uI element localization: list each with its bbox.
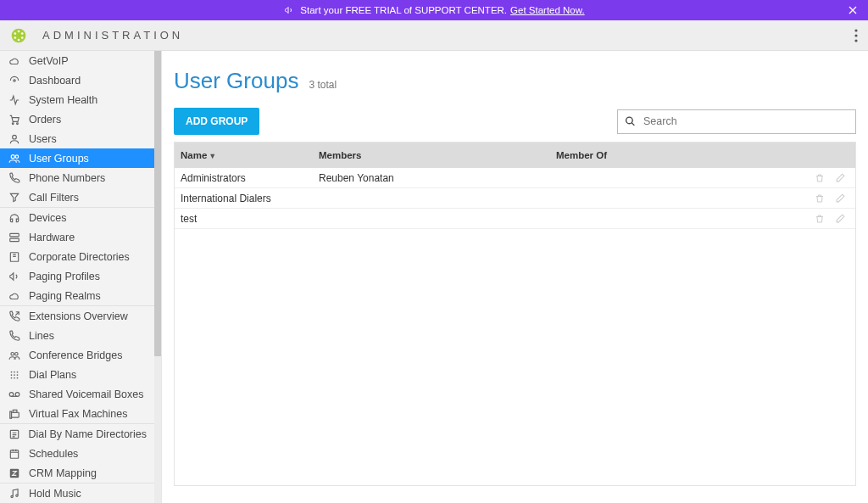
sidebar-item-dial-by-name-directories[interactable]: Dial By Name Directories	[0, 424, 155, 444]
svg-point-5	[14, 36, 17, 39]
column-header-members[interactable]: Members	[319, 150, 556, 160]
music-icon	[8, 488, 22, 500]
svg-point-18	[11, 352, 14, 355]
search-icon	[625, 116, 636, 127]
svg-point-28	[17, 377, 19, 378]
users-icon	[8, 153, 22, 165]
list-icon	[8, 428, 21, 440]
sidebar-item-label: Shared Voicemail Boxes	[29, 388, 144, 400]
sidebar-item-shared-voicemail-boxes[interactable]: Shared Voicemail Boxes	[0, 384, 155, 404]
sidebar-item-hold-music[interactable]: Hold Music	[0, 483, 155, 503]
dialpad-icon	[8, 369, 22, 381]
overflow-menu-icon[interactable]	[854, 29, 858, 42]
col-name-label: Name	[181, 150, 207, 160]
sidebar-item-paging-realms[interactable]: Paging Realms	[0, 286, 155, 305]
sidebar-item-label: User Groups	[29, 153, 89, 165]
sidebar-item-label: Devices	[29, 212, 66, 224]
sidebar-item-dial-plans[interactable]: Dial Plans	[0, 365, 155, 384]
svg-point-36	[11, 495, 13, 497]
sidebar-item-label: Paging Realms	[29, 290, 101, 302]
promo-banner: Start your FREE TRIAL of SUPPORT CENTER.…	[0, 0, 868, 20]
svg-point-21	[14, 371, 15, 372]
sidebar-item-user-groups[interactable]: User Groups	[0, 148, 155, 168]
sidebar-item-call-filters[interactable]: Call Filters	[0, 187, 155, 207]
sidebar-item-virtual-fax-machines[interactable]: Virtual Fax Machines	[0, 404, 155, 423]
table-row[interactable]: AdministratorsReuben Yonatan	[175, 168, 855, 188]
table-row[interactable]: International Dialers	[175, 188, 855, 209]
sidebar-item-label: Virtual Fax Machines	[29, 408, 128, 420]
svg-point-2	[21, 32, 24, 35]
close-icon[interactable]	[848, 5, 858, 15]
sidebar-item-orders[interactable]: Orders	[0, 109, 155, 129]
svg-point-9	[854, 39, 857, 42]
sidebar-item-paging-profiles[interactable]: Paging Profiles	[0, 266, 155, 286]
headset-icon	[8, 212, 22, 224]
sidebar-item-crm-mapping[interactable]: CRM Mapping	[0, 463, 155, 483]
svg-point-27	[14, 377, 15, 378]
book-icon	[8, 251, 22, 263]
banner-text: Start your FREE TRIAL of SUPPORT CENTER.	[300, 5, 507, 15]
sidebar-item-label: Call Filters	[29, 192, 79, 204]
sidebar-item-getvoip[interactable]: GetVoIP	[0, 51, 155, 70]
sidebar-item-extensions-overview[interactable]: Extensions Overview	[0, 306, 155, 326]
sidebar-item-schedules[interactable]: Schedules	[0, 444, 155, 463]
app-title: ADMINISTRATION	[42, 29, 183, 42]
phone2-icon	[8, 330, 22, 342]
cloud-icon	[8, 55, 22, 67]
sidebar-item-lines[interactable]: Lines	[0, 326, 155, 345]
sidebar-item-conference-bridges[interactable]: Conference Bridges	[0, 345, 155, 365]
sidebar-item-label: Hardware	[29, 232, 75, 243]
svg-point-20	[11, 371, 13, 372]
sidebar-item-label: GetVoIP	[29, 55, 69, 67]
svg-rect-31	[12, 412, 19, 417]
sort-desc-icon: ▼	[209, 152, 216, 160]
delete-icon[interactable]	[815, 172, 825, 184]
page-subtitle: 3 total	[309, 79, 337, 91]
sidebar: GetVoIPDashboardSystem HealthOrdersUsers…	[0, 51, 155, 503]
server-icon	[8, 232, 22, 243]
sidebar-item-devices[interactable]: Devices	[0, 208, 155, 227]
svg-point-13	[11, 154, 14, 158]
sidebar-item-system-health[interactable]: System Health	[0, 90, 155, 109]
table-row[interactable]: test	[175, 209, 855, 229]
search-wrap	[617, 109, 856, 134]
sidebar-item-hardware[interactable]: Hardware	[0, 227, 155, 247]
svg-point-38	[626, 117, 633, 124]
calendar-icon	[8, 448, 22, 460]
sidebar-item-label: Users	[29, 133, 57, 145]
sidebar-item-dashboard[interactable]: Dashboard	[0, 70, 155, 90]
sidebar-item-label: Dial Plans	[29, 369, 76, 381]
svg-point-19	[15, 352, 18, 355]
banner-cta-link[interactable]: Get Started Now.	[510, 5, 585, 15]
sidebar-item-corporate-directories[interactable]: Corporate Directories	[0, 247, 155, 266]
column-header-name[interactable]: Name▼	[179, 150, 319, 160]
gauge-icon	[8, 75, 22, 87]
z-icon	[8, 467, 22, 479]
column-header-member-of[interactable]: Member Of	[556, 150, 785, 160]
svg-point-8	[854, 34, 857, 36]
edit-icon[interactable]	[835, 213, 846, 225]
edit-icon[interactable]	[835, 193, 846, 204]
svg-point-26	[11, 377, 13, 378]
users2-icon	[8, 349, 22, 361]
add-group-button[interactable]: ADD GROUP	[174, 108, 259, 135]
table-header: Name▼ Members Member Of	[175, 143, 855, 168]
svg-point-3	[21, 36, 24, 39]
fax-icon	[8, 408, 22, 420]
sidebar-item-phone-numbers[interactable]: Phone Numbers	[0, 168, 155, 187]
search-input[interactable]	[617, 109, 856, 134]
sidebar-item-label: Corporate Directories	[29, 251, 130, 263]
svg-point-7	[854, 29, 857, 31]
sidebar-item-label: Schedules	[29, 448, 78, 460]
page-title: User Groups	[174, 68, 298, 94]
sidebar-item-label: Hold Music	[29, 488, 81, 500]
sidebar-item-users[interactable]: Users	[0, 129, 155, 148]
edit-icon[interactable]	[835, 172, 846, 184]
svg-rect-32	[10, 411, 12, 418]
svg-point-14	[15, 154, 19, 158]
scrollbar-thumb[interactable]	[154, 51, 161, 356]
delete-icon[interactable]	[815, 193, 825, 204]
delete-icon[interactable]	[815, 213, 825, 225]
svg-point-23	[11, 374, 13, 376]
sidebar-item-label: Paging Profiles	[29, 271, 100, 282]
